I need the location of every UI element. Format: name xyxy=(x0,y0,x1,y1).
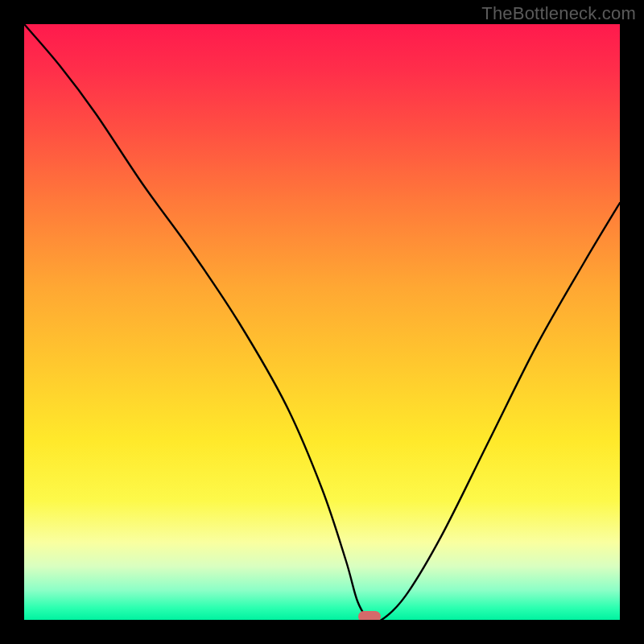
watermark-text: TheBottleneck.com xyxy=(481,3,636,24)
plot-area xyxy=(24,24,620,620)
chart-frame: TheBottleneck.com xyxy=(0,0,644,644)
minimum-marker xyxy=(358,611,381,620)
bottleneck-curve xyxy=(24,24,620,620)
